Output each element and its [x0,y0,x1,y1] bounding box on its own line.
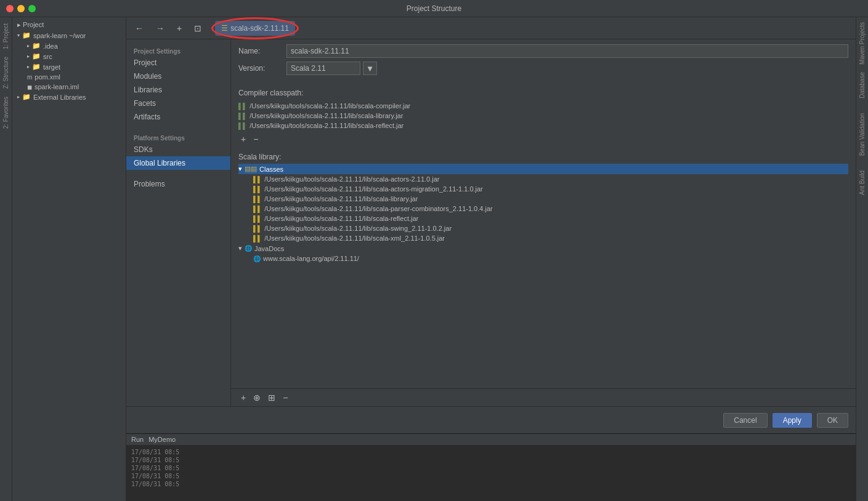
run-tab-mydemo[interactable]: MyDemo [148,436,176,443]
timestamp: 17/08/31 08:5 [131,449,179,455]
project-structure-dialog: ← → + ⊡ ☰ scala-sdk-2.11.11 Project Sett… [126,17,856,433]
target-label: target [43,63,60,71]
name-input[interactable] [286,44,848,58]
add-library-copy-button[interactable]: ⊕ [251,391,263,404]
add-button[interactable]: + [173,22,185,34]
minimize-button[interactable] [17,5,25,12]
dialog-area: ← → + ⊡ ☰ scala-sdk-2.11.11 Project Sett… [126,17,856,501]
version-dropdown-button[interactable]: ▼ [363,62,377,75]
remove-library-button[interactable]: − [280,391,290,404]
scala-library-title: Scala library: [238,153,281,161]
nav-project[interactable]: Project [126,56,230,70]
tree-item-pom[interactable]: m pom.xml [12,72,126,82]
class-path-text-5: /Users/kiikgu/tools/scala-2.11.11/lib/sc… [264,215,418,222]
classpath-path-2: /Users/kiikgu/tools/scala-2.11.11/lib/sc… [249,112,403,119]
tree-item-spark-learn[interactable]: ▾ 📁 spark-learn ~/wor [12,30,126,41]
jar-icon: ▌▌ [238,103,247,110]
class-path-text-3: /Users/kiikgu/tools/scala-2.11.11/lib/sc… [264,195,418,202]
cancel-button[interactable]: Cancel [723,413,767,428]
tree-item-project[interactable]: ▸ Project [12,20,126,30]
sdk-icon: ☰ [221,24,228,33]
nav-modules[interactable]: Modules [126,70,230,83]
apply-button[interactable]: Apply [773,413,812,428]
jar-icon: ▌▌ [238,122,247,129]
folder-icon: 📁 [32,42,41,50]
expand-triangle: ▾ [238,244,242,252]
external-libs-label: External Libraries [33,94,86,101]
favorites-tab[interactable]: 2: Favorites [1,93,10,132]
classes-path-6: ▌▌ /Users/kiikgu/tools/scala-2.11.11/lib… [238,223,848,233]
jar-icon: ▌▌ [253,235,262,242]
expand-icon: ▸ [27,54,30,59]
folder-icon: 📁 [32,52,41,60]
classes-path-2: ▌▌ /Users/kiikgu/tools/scala-2.11.11/lib… [238,184,848,194]
remove-classpath-button[interactable]: − [251,133,261,145]
folder-icon: 📁 [22,93,31,101]
tree-item-idea[interactable]: ▸ 📁 .idea [12,41,126,51]
maximize-button[interactable] [28,5,36,12]
sdk-item[interactable]: ☰ scala-sdk-2.11.11 [215,21,295,36]
maven-projects-tab[interactable]: Maven Projects [858,20,867,67]
ant-build-tab[interactable]: Ant Build [858,168,867,198]
copy-button[interactable]: ⊡ [190,22,205,34]
structure-tab[interactable]: Z: Structure [1,53,10,92]
classpath-item-2: ▌▌ /Users/kiikgu/tools/scala-2.11.11/lib… [238,111,848,121]
javadocs-label: JavaDocs [254,245,284,252]
tree-item-target[interactable]: ▸ 📁 target [12,62,126,72]
timestamp: 17/08/31 08:5 [131,465,179,471]
nav-problems[interactable]: Problems [126,177,230,191]
web-icon: 🌐 [253,255,261,262]
scala-library-label: Scala library: [238,153,848,161]
project-tab[interactable]: 1: Project [1,20,10,53]
ok-button[interactable]: OK [817,413,848,428]
tree-item-external-libs[interactable]: ▸ 📁 External Libraries [12,92,126,102]
database-tab[interactable]: Database [858,70,867,101]
content-fields-area: Name: Version: ▼ [231,39,856,84]
footer-right: Cancel Apply OK [723,413,848,428]
dialog-footer: Cancel Apply OK [126,406,856,433]
iml-label: spark-learn.iml [34,83,79,90]
jar-icon: ▌▌ [253,206,262,212]
tree-item-src[interactable]: ▸ 📁 src [12,51,126,62]
forward-button[interactable]: → [152,22,168,34]
scala-library-section: Scala library: ▾ ▤▤ Classes ▌▌ /Users/ki… [238,153,848,263]
timestamp: 17/08/31 08:5 [131,481,179,487]
run-line-4: 17/08/31 08:5 [131,472,851,480]
name-label: Name: [238,47,282,55]
nav-global-libraries[interactable]: Global Libraries [126,156,230,170]
add-classpath-button[interactable]: + [238,133,248,145]
name-row: Name: [238,44,848,58]
nav-sdks[interactable]: SDKs [126,143,230,156]
tree-item-iml[interactable]: ◼ spark-learn.iml [12,82,126,92]
src-label: src [43,53,52,60]
project-panel: ▸ Project ▾ 📁 spark-learn ~/wor ▸ 📁 .ide… [12,17,126,501]
run-line-1: 17/08/31 08:5 [131,448,851,456]
jar-icon: ▌▌ [238,113,247,119]
content-body: Compiler classpath: ▌▌ /Users/kiikgu/too… [231,84,856,388]
classes-node[interactable]: ▾ ▤▤ Classes [238,164,848,174]
nav-libraries[interactable]: Libraries [126,83,230,97]
classes-path-3: ▌▌ /Users/kiikgu/tools/scala-2.11.11/lib… [238,194,848,204]
add-library-special-button[interactable]: ⊞ [266,391,278,404]
pom-label: pom.xml [34,73,60,81]
timestamp: 17/08/31 08:5 [131,457,179,463]
close-button[interactable] [6,5,14,12]
back-button[interactable]: ← [131,22,147,34]
jar-icon: ▌▌ [253,215,262,222]
class-path-text-6: /Users/kiikgu/tools/scala-2.11.11/lib/sc… [264,225,452,232]
nav-facets[interactable]: Facets [126,97,230,110]
add-library-button[interactable]: + [238,391,248,404]
bean-validation-tab[interactable]: Bean Validation [858,111,867,158]
compiler-classpath-toolbar: + − [238,130,848,148]
version-select-input[interactable] [286,62,360,75]
run-label: Run [131,436,144,443]
classes-path-5: ▌▌ /Users/kiikgu/tools/scala-2.11.11/lib… [238,214,848,223]
classes-path-4: ▌▌ /Users/kiikgu/tools/scala-2.11.11/lib… [238,204,848,214]
nav-artifacts[interactable]: Artifacts [126,110,230,124]
javadoc-url-item: 🌐 www.scala-lang.org/api/2.11.11/ [238,254,848,263]
version-select: ▼ [286,62,377,75]
javadocs-node[interactable]: ▾ 🌐 JavaDocs [238,243,848,254]
classes-path-7: ▌▌ /Users/kiikgu/tools/scala-2.11.11/lib… [238,233,848,243]
run-header: Run MyDemo [126,434,856,446]
window-title: Project Structure [407,4,461,13]
